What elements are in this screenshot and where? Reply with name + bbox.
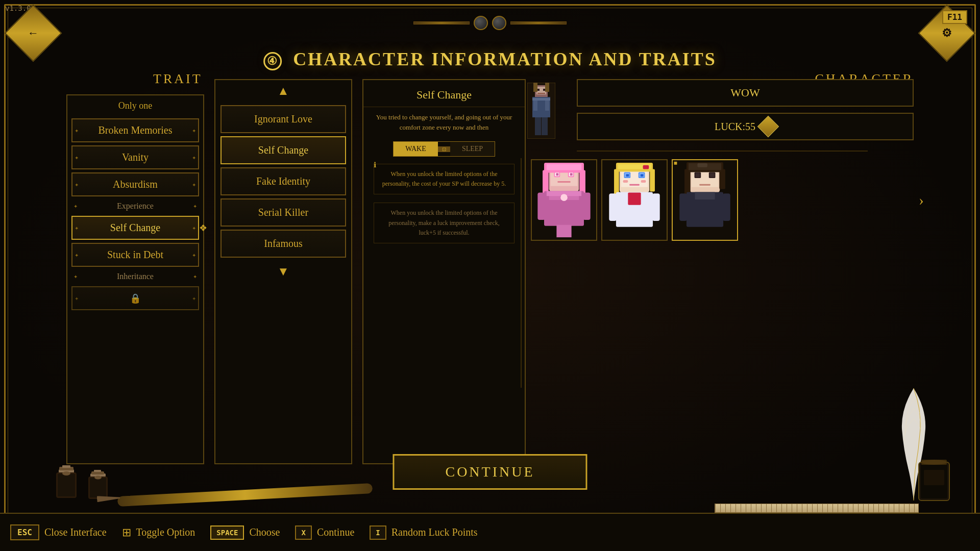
portrait-dark-hair-svg (672, 160, 738, 240)
option-self-change[interactable]: Self Change (220, 136, 346, 164)
svg-rect-64 (699, 184, 710, 186)
option-fake-identity[interactable]: Fake Identity (220, 167, 346, 195)
esc-key-badge[interactable]: ESC (10, 524, 39, 540)
page-header: ④ CHARACTER INFORMATION AND TRAITS (263, 48, 717, 70)
svg-rect-71 (695, 192, 715, 199)
character-portraits-container: › (531, 159, 914, 241)
portrait-blonde-char[interactable] (601, 159, 668, 241)
toolbar-random-luck: I Random Luck Points (370, 525, 477, 540)
section-divider (521, 158, 522, 388)
svg-rect-45 (641, 180, 646, 183)
svg-rect-80 (62, 465, 70, 468)
toggle-option-label: Toggle Option (136, 527, 195, 538)
page-title: ④ CHARACTER INFORMATION AND TRAITS (263, 48, 717, 70)
option-serial-killer[interactable]: Serial Killer (220, 198, 346, 227)
svg-rect-77 (58, 474, 75, 496)
only-one-label: Only one (67, 95, 203, 115)
svg-rect-22 (570, 173, 573, 176)
svg-rect-46 (629, 184, 640, 186)
trait-vanity[interactable]: Vanity (71, 145, 199, 169)
svg-rect-74 (674, 162, 677, 165)
space-key-badge[interactable]: SPACE (210, 525, 244, 540)
ornament-gem-1 (474, 16, 488, 30)
toolbar-close-interface: ESC Close Interface (10, 524, 107, 540)
random-luck-label: Random Luck Points (391, 527, 478, 538)
character-name-box: WOW (577, 79, 914, 107)
ornament-bar-left (413, 21, 470, 24)
ink-jar-svg (914, 460, 954, 506)
svg-rect-31 (560, 194, 568, 201)
svg-rect-56 (652, 193, 660, 221)
portrait-pink-svg (531, 160, 597, 240)
character-name: WOW (730, 86, 760, 99)
wake-button[interactable]: WAKE (394, 142, 438, 156)
trait-inheritance-label: Inheritance (71, 270, 199, 283)
page-title-text: CHARACTER INFORMATION AND TRAITS (293, 49, 717, 69)
toggle-slider-icon: ⊡ (438, 146, 450, 152)
luck-value: LUCK:55 (715, 121, 755, 133)
effect-text-1: When you unlock the limited options of t… (374, 164, 514, 194)
f11-badge[interactable]: F11 (942, 10, 967, 24)
option-infamous[interactable]: Infamous (220, 230, 346, 258)
svg-rect-21 (556, 173, 558, 176)
wake-sleep-toggle[interactable]: WAKE ⊡ SLEEP (393, 141, 495, 157)
back-arrow-icon: ← (28, 27, 39, 40)
toolbar-continue: X Continue (295, 525, 354, 540)
top-ornament (413, 10, 567, 36)
content-area: Only one Broken Memories Vanity Absurdis… (66, 79, 914, 505)
svg-rect-73 (723, 193, 730, 221)
detail-title: Self Change (363, 80, 525, 107)
effect-row-2: When you unlock the limited options of t… (369, 199, 520, 246)
svg-rect-32 (537, 192, 545, 220)
trait-locked: 🔒 (71, 286, 199, 310)
portrait-next-arrow[interactable]: › (919, 191, 924, 209)
effect-text-2: When you unlock the limited options of t… (374, 203, 514, 243)
svg-rect-33 (583, 192, 591, 220)
trait-category-panel: Only one Broken Memories Vanity Absurdis… (66, 94, 204, 464)
info-icon-1: ℹ (374, 161, 376, 169)
portrait-dark-hair-char[interactable] (672, 159, 738, 241)
svg-rect-42 (626, 174, 629, 177)
ornament-bar-right (510, 21, 567, 24)
svg-rect-66 (684, 169, 691, 194)
toggle-icon: ⊞ (122, 526, 131, 539)
ink-bottle-svg-1 (51, 464, 82, 505)
choose-label: Choose (249, 527, 280, 538)
i-key-badge[interactable]: I (370, 525, 386, 540)
svg-rect-27 (547, 164, 581, 170)
portrait-pink-char[interactable] (531, 159, 597, 241)
scroll-down-button[interactable]: ▼ (215, 261, 351, 283)
svg-rect-69 (697, 163, 707, 167)
close-interface-label: Close Interface (44, 527, 107, 538)
x-key-badge[interactable]: X (295, 525, 311, 540)
svg-point-91 (921, 460, 947, 465)
svg-point-78 (62, 471, 70, 475)
corner-diamond-tl: ← (4, 4, 62, 62)
trait-experience-label: Experience (71, 199, 199, 213)
sleep-button[interactable]: SLEEP (450, 142, 495, 156)
continue-button[interactable]: CONTINUE (393, 454, 587, 490)
option-ignorant-love[interactable]: Ignorant Love (220, 105, 346, 133)
continue-label: Continue (317, 527, 354, 538)
trait-absurdism[interactable]: Absurdism (71, 172, 199, 196)
svg-rect-67 (719, 169, 725, 189)
trait-options-panel: ▲ Ignorant Love Self Change Fake Identit… (214, 79, 352, 464)
character-panel: WOW LUCK:55 (531, 79, 914, 464)
selected-indicator-icon: ❖ (199, 222, 207, 234)
trait-broken-memories[interactable]: Broken Memories (71, 118, 199, 142)
trait-self-change[interactable]: Self Change ❖ (71, 216, 199, 240)
lock-icon: 🔒 (130, 293, 141, 304)
ink-jar-right (914, 460, 954, 508)
svg-rect-83 (90, 478, 106, 497)
gear-icon: ⚙ (942, 27, 952, 40)
scroll-up-button[interactable]: ▲ (215, 80, 351, 102)
trait-detail-panel: Self Change You tried to change yourself… (362, 79, 526, 464)
svg-rect-90 (924, 470, 944, 485)
corner-top-right: ⚙ F11 (921, 8, 972, 59)
svg-rect-63 (710, 173, 715, 177)
ornament-gem-2 (492, 16, 506, 30)
trait-stuck-in-debt[interactable]: Stuck in Debt (71, 243, 199, 267)
char-divider-line (577, 151, 868, 152)
svg-rect-43 (641, 174, 644, 177)
detail-description: You tried to change yourself, and going … (363, 107, 525, 137)
